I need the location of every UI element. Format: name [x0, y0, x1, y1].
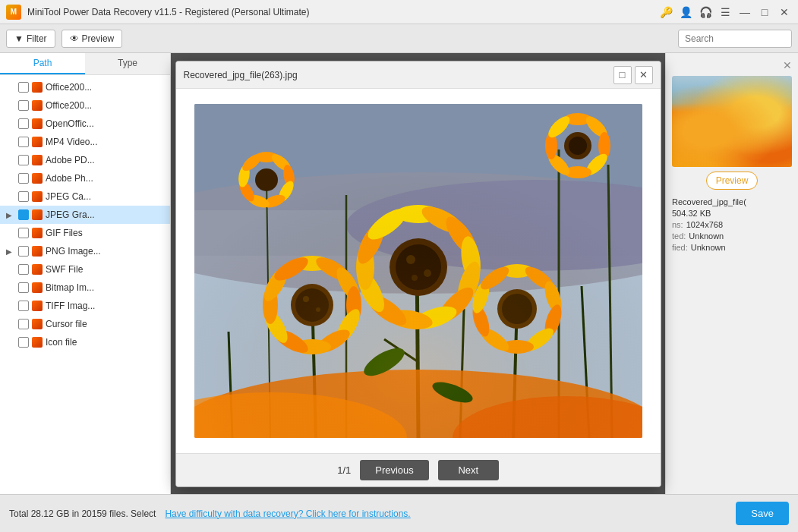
dialog-image-area [176, 89, 661, 453]
preview-dialog: Recovered_jpg_file(263).jpg □ ✕ [175, 61, 661, 487]
item-checkbox[interactable] [18, 264, 29, 275]
maximize-button[interactable]: □ [757, 5, 772, 20]
modified-value: Unknown [691, 243, 726, 252]
item-checkbox[interactable] [18, 246, 29, 257]
file-type-icon [32, 264, 43, 275]
file-label: SWF File [46, 264, 83, 275]
list-item[interactable]: TIFF Imag... [0, 297, 170, 315]
tab-type[interactable]: Type [85, 53, 170, 74]
list-item[interactable]: Office200... [0, 78, 170, 96]
dialog-controls: □ ✕ [613, 66, 653, 84]
save-button[interactable]: Save [736, 502, 789, 525]
filter-label: Filter [27, 33, 47, 44]
file-label: TIFF Imag... [46, 301, 95, 311]
dialog-title: Recovered_jpg_file(263).jpg [184, 70, 613, 80]
content-area: Path Type Office200...Office200...OpenOf… [0, 53, 798, 494]
previous-button[interactable]: Previous [360, 460, 429, 480]
close-button[interactable]: ✕ [777, 5, 792, 20]
dialog-maximize-button[interactable]: □ [613, 66, 632, 84]
list-item[interactable]: Adobe Ph... [0, 169, 170, 187]
list-item[interactable]: Icon file [0, 333, 170, 351]
list-item[interactable]: Office200... [0, 96, 170, 115]
expand-arrow-icon: ▶ [6, 211, 15, 219]
file-type-icon [32, 319, 43, 329]
created-label: ted: [672, 231, 686, 241]
filename-value: Recovered_jpg_file( [672, 197, 746, 206]
app-body: ▼ Filter 👁 Preview Path Type Office200..… [0, 24, 798, 532]
panel-tabs: Path Type [0, 53, 170, 75]
file-type-icon [32, 209, 43, 220]
item-checkbox[interactable] [18, 228, 29, 238]
list-item[interactable]: GIF Files [0, 224, 170, 242]
bottom-bar: Total 28.12 GB in 20159 files. Select Ha… [0, 494, 798, 532]
item-checkbox[interactable] [18, 301, 29, 311]
file-type-icon [32, 137, 43, 147]
filename-row: Recovered_jpg_file( [672, 197, 792, 206]
file-label: JPEG Ca... [46, 191, 91, 202]
file-label: Adobe Ph... [46, 173, 93, 184]
size-value: 504.32 KB [672, 209, 711, 218]
list-item[interactable]: JPEG Ca... [0, 187, 170, 206]
item-checkbox[interactable] [18, 100, 29, 111]
svg-rect-87 [194, 104, 642, 438]
file-type-icon [32, 301, 43, 311]
next-button[interactable]: Next [438, 460, 499, 480]
list-item[interactable]: OpenOffic... [0, 115, 170, 133]
item-checkbox[interactable] [18, 191, 29, 202]
item-checkbox[interactable] [18, 137, 29, 147]
minimize-button[interactable]: — [737, 5, 752, 20]
item-checkbox[interactable] [18, 173, 29, 184]
dialog-titlebar: Recovered_jpg_file(263).jpg □ ✕ [176, 61, 661, 89]
tab-path[interactable]: Path [0, 53, 85, 74]
window-controls: 🔑 👤 🎧 ☰ — □ ✕ [658, 5, 792, 20]
search-input[interactable] [678, 30, 792, 48]
headphone-icon[interactable]: 🎧 [698, 5, 713, 20]
item-checkbox[interactable] [18, 337, 29, 348]
dialog-close-button[interactable]: ✕ [635, 66, 653, 84]
toolbar: ▼ Filter 👁 Preview [0, 24, 798, 53]
file-label: Office200... [46, 82, 92, 93]
modified-label: fied: [672, 243, 688, 252]
modal-overlay: Recovered_jpg_file(263).jpg □ ✕ [171, 53, 665, 494]
user-icon[interactable]: 👤 [678, 5, 693, 20]
created-row: ted: Unknown [672, 231, 792, 241]
item-checkbox[interactable] [18, 209, 29, 220]
list-item[interactable]: Bitmap Im... [0, 279, 170, 297]
preview-image [194, 104, 642, 438]
file-label: Cursor file [46, 319, 87, 329]
preview-action-button[interactable]: Preview [706, 172, 759, 190]
menu-icon[interactable]: ☰ [718, 5, 733, 20]
file-label: Office200... [46, 100, 92, 111]
file-type-icon [32, 155, 43, 165]
item-checkbox[interactable] [18, 118, 29, 129]
list-item[interactable]: ▶JPEG Gra... [0, 206, 170, 224]
center-area: Recovered_jpg_file(263).jpg □ ✕ [171, 53, 665, 494]
list-item[interactable]: ▶PNG Image... [0, 242, 170, 260]
item-checkbox[interactable] [18, 282, 29, 293]
filter-button[interactable]: ▼ Filter [6, 30, 55, 48]
file-type-icon [32, 173, 43, 184]
item-checkbox[interactable] [18, 82, 29, 93]
preview-button[interactable]: 👁 Preview [62, 30, 123, 48]
modified-row: fied: Unknown [672, 243, 792, 252]
file-type-icon [32, 337, 43, 348]
preview-thumbnail [672, 76, 792, 167]
right-panel-close-button[interactable]: ✕ [783, 59, 792, 71]
eye-icon: 👁 [70, 33, 79, 44]
file-label: MP4 Video... [46, 137, 97, 147]
file-type-icon [32, 100, 43, 111]
list-item[interactable]: MP4 Video... [0, 133, 170, 151]
page-indicator: 1/1 [337, 464, 351, 476]
size-row: 504.32 KB [672, 209, 792, 218]
item-checkbox[interactable] [18, 319, 29, 329]
list-item[interactable]: SWF File [0, 260, 170, 279]
file-info: Recovered_jpg_file( 504.32 KB ns: 1024x7… [672, 194, 792, 257]
file-label: PNG Image... [46, 246, 101, 257]
key-icon[interactable]: 🔑 [658, 5, 673, 20]
item-checkbox[interactable] [18, 155, 29, 165]
app-title: MiniTool Power Data Recovery v11.5 - Reg… [27, 7, 658, 17]
list-item[interactable]: Cursor file [0, 315, 170, 333]
filter-icon: ▼ [14, 33, 24, 44]
list-item[interactable]: Adobe PD... [0, 151, 170, 169]
help-link[interactable]: Have difficulty with data recovery? Clic… [165, 508, 410, 519]
